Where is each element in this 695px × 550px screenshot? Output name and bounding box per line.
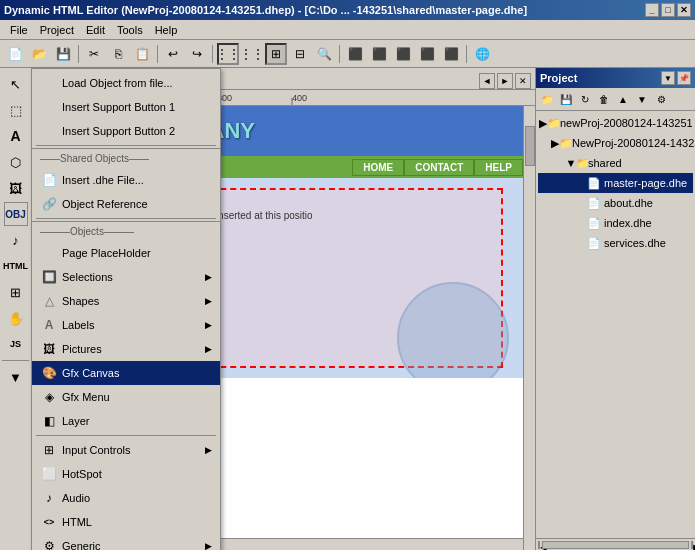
sidebar-select-icon[interactable]: ⬚ (4, 98, 28, 122)
panel-scrollbar-h[interactable]: ◄ ► (536, 538, 695, 550)
menu-html[interactable]: <> HTML (32, 510, 220, 534)
panel-refresh-btn[interactable]: ↻ (576, 90, 594, 108)
generic-arrow: ▶ (205, 541, 212, 550)
dropdown-menu: Load Object from file... Insert Support … (31, 68, 221, 550)
paste-button[interactable]: 📋 (131, 43, 153, 65)
grid-button-4[interactable]: ⊟ (289, 43, 311, 65)
menu-layer[interactable]: ◧ Layer (32, 409, 220, 433)
panel-scroll-right[interactable]: ► (691, 541, 693, 549)
cut-button[interactable]: ✂ (83, 43, 105, 65)
tree-item-shared[interactable]: ▼📁 shared (538, 153, 693, 173)
menu-file[interactable]: File (4, 22, 34, 38)
sidebar-js-icon[interactable]: JS (4, 332, 28, 356)
toolbar-sep-3 (212, 45, 213, 63)
panel-save-btn[interactable]: 💾 (557, 90, 575, 108)
scroll-thumb-v[interactable] (525, 126, 535, 166)
zoom-button[interactable]: 🔍 (313, 43, 335, 65)
grid-button-3[interactable]: ⊞ (265, 43, 287, 65)
panel-delete-btn[interactable]: 🗑 (595, 90, 613, 108)
sidebar-text-icon[interactable]: A (4, 124, 28, 148)
tree-item-master-page[interactable]: 📄 master-page.dhe (538, 173, 693, 193)
menu-gfx-menu[interactable]: ◈ Gfx Menu (32, 385, 220, 409)
align-top[interactable]: ⬛ (416, 43, 438, 65)
tree-item-services[interactable]: 📄 services.dhe (538, 233, 693, 253)
panel-up-btn[interactable]: ▲ (614, 90, 632, 108)
panel-gear-btn[interactable]: ⚙ (652, 90, 670, 108)
tree-item-newproj2[interactable]: ▶📁 NewProj-20080124-1432S (538, 133, 693, 153)
tree-item-about[interactable]: 📄 about.dhe (538, 193, 693, 213)
scrollbar-vertical[interactable] (523, 106, 535, 550)
align-right[interactable]: ⬛ (392, 43, 414, 65)
undo-button[interactable]: ↩ (162, 43, 184, 65)
panel-btn-1[interactable]: ▼ (661, 71, 675, 85)
menu-separator-1 (36, 145, 216, 146)
menu-gfx-canvas[interactable]: 🎨 Gfx Canvas (32, 361, 220, 385)
tab-close[interactable]: ✕ (515, 73, 531, 89)
close-button[interactable]: ✕ (677, 3, 691, 17)
sidebar-hotspot-icon[interactable]: ✋ (4, 306, 28, 330)
sidebar-form-icon[interactable]: ⊞ (4, 280, 28, 304)
menu-input-controls[interactable]: ⊞ Input Controls ▶ (32, 438, 220, 462)
panel-scroll-left[interactable]: ◄ (538, 541, 540, 549)
input-controls-arrow: ▶ (205, 445, 212, 455)
menu-shapes[interactable]: △ Shapes ▶ (32, 289, 220, 313)
menu-tools[interactable]: Tools (111, 22, 149, 38)
bg-decoration (393, 278, 513, 378)
menu-insert-dhe[interactable]: 📄 Insert .dhe File... (32, 168, 220, 192)
menu-generic[interactable]: ⚙ Generic ▶ (32, 534, 220, 550)
new-button[interactable]: 📄 (4, 43, 26, 65)
panel-title: Project (540, 72, 577, 84)
align-left[interactable]: ⬛ (344, 43, 366, 65)
sidebar-pointer-icon[interactable]: ↖ (4, 72, 28, 96)
tree-item-newproj[interactable]: ▶📁 newProj-20080124-143251 (538, 113, 693, 133)
sidebar-shape-icon[interactable]: ⬡ (4, 150, 28, 174)
sidebar-music-icon[interactable]: ♪ (4, 228, 28, 252)
main-area: ↖ ⬚ A ⬡ 🖼 OBJ ♪ HTML ⊞ ✋ JS ▼ Load Objec… (0, 68, 695, 550)
tab-nav-prev[interactable]: ◄ (479, 73, 495, 89)
menu-pictures[interactable]: 🖼 Pictures ▶ (32, 337, 220, 361)
menu-separator-3 (36, 435, 216, 436)
pictures-arrow: ▶ (205, 344, 212, 354)
copy-button[interactable]: ⎘ (107, 43, 129, 65)
labels-icon: A (40, 316, 58, 334)
sidebar-object-icon[interactable]: OBJ (4, 202, 28, 226)
menu-edit[interactable]: Edit (80, 22, 111, 38)
nav-help[interactable]: HELP (474, 159, 523, 176)
menu-load-object[interactable]: Load Object from file... (32, 71, 220, 95)
nav-home[interactable]: HOME (352, 159, 404, 176)
sidebar-image-icon[interactable]: 🖼 (4, 176, 28, 200)
menu-insert-support-1[interactable]: Insert Support Button 1 (32, 95, 220, 119)
align-bottom[interactable]: ⬛ (440, 43, 462, 65)
sidebar-html-icon[interactable]: HTML (4, 254, 28, 278)
grid-button-2[interactable]: ⋮⋮ (241, 43, 263, 65)
newproj2-icon: ▶📁 (554, 135, 570, 151)
menu-page-placeholder[interactable]: Page PlaceHolder (32, 241, 220, 265)
nav-contact[interactable]: CONTACT (404, 159, 474, 176)
align-center[interactable]: ⬛ (368, 43, 390, 65)
menu-hotspot[interactable]: ⬜ HotSpot (32, 462, 220, 486)
menu-selections[interactable]: 🔲 Selections ▶ (32, 265, 220, 289)
menu-insert-support-2[interactable]: Insert Support Button 2 (32, 119, 220, 143)
panel-new-btn[interactable]: 📁 (538, 90, 556, 108)
minimize-button[interactable]: _ (645, 3, 659, 17)
open-button[interactable]: 📂 (28, 43, 50, 65)
labels-arrow: ▶ (205, 320, 212, 330)
menu-audio[interactable]: ♪ Audio (32, 486, 220, 510)
toolbar-sep-5 (466, 45, 467, 63)
tree-item-index[interactable]: 📄 index.dhe (538, 213, 693, 233)
menu-labels[interactable]: A Labels ▶ (32, 313, 220, 337)
menu-help[interactable]: Help (149, 22, 184, 38)
globe-button[interactable]: 🌐 (471, 43, 493, 65)
tab-nav-next[interactable]: ► (497, 73, 513, 89)
maximize-button[interactable]: □ (661, 3, 675, 17)
menu-object-reference[interactable]: 🔗 Object Reference (32, 192, 220, 216)
sidebar-collapse-icon[interactable]: ▼ (4, 365, 28, 389)
panel-down-btn[interactable]: ▼ (633, 90, 651, 108)
sidebar-divider (2, 360, 30, 361)
redo-button[interactable]: ↪ (186, 43, 208, 65)
menu-project[interactable]: Project (34, 22, 80, 38)
grid-button-1[interactable]: ⋮⋮ (217, 43, 239, 65)
panel-pin[interactable]: 📌 (677, 71, 691, 85)
save-button[interactable]: 💾 (52, 43, 74, 65)
html-icon: <> (40, 513, 58, 531)
